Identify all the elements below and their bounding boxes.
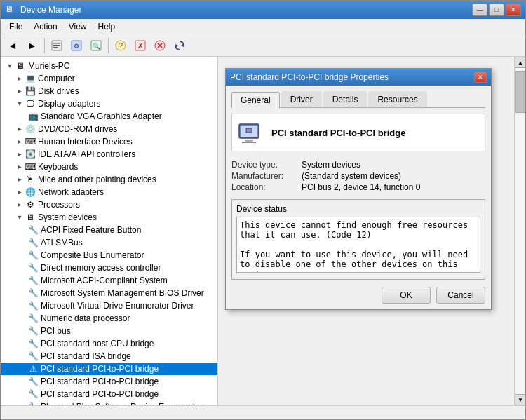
scrollbar-track[interactable] [515, 68, 525, 394]
forward-button[interactable]: ► [23, 36, 41, 55]
svg-rect-19 [245, 140, 253, 142]
ok-button[interactable]: OK [382, 287, 431, 304]
location-value: PCI bus 2, device 14, function 0 [302, 182, 420, 192]
window-title: Device Manager [20, 5, 81, 15]
properties-table: Device type: System devices Manufacturer… [231, 160, 485, 192]
scroll-down-button[interactable]: ▼ [515, 394, 525, 405]
hid-label: Human Interface Devices [38, 137, 133, 147]
svg-rect-21 [246, 128, 252, 133]
tree-item-msacpi[interactable]: 🔧 Microsoft ACPI-Compliant System [1, 274, 217, 287]
refresh-button[interactable] [170, 36, 189, 55]
content-area: ▼ 🖥 Muriels-PC ► 💻 Computer ► 💾 Disk dri… [1, 57, 525, 405]
menu-help[interactable]: Help [93, 20, 121, 33]
main-window: 🖥 Device Manager — □ ✕ File Action View … [0, 0, 526, 420]
menu-action[interactable]: Action [28, 20, 62, 33]
tree-item-computer[interactable]: ► 💻 Computer [1, 72, 217, 85]
tab-bar: General Driver Details Resources [231, 91, 485, 108]
cancel-button[interactable]: Cancel [436, 287, 485, 304]
device-status-textarea [236, 217, 480, 273]
tree-item-ati[interactable]: 🔧 ATI SMBus [1, 236, 217, 249]
device-type-value: System devices [302, 160, 360, 170]
manufacturer-label: Manufacturer: [231, 171, 302, 181]
tree-item-diskdrives[interactable]: ► 💾 Disk drives [1, 85, 217, 97]
tree-item-ide[interactable]: ► 💽 IDE ATA/ATAPI controllers [1, 148, 217, 161]
tree-item-pcicpu[interactable]: 🔧 PCI standard host CPU bridge [1, 337, 217, 350]
svg-text:✗: ✗ [137, 42, 143, 50]
tree-item-network[interactable]: ► 🌐 Network adapters [1, 186, 217, 198]
device-type-label: Device type: [231, 160, 302, 170]
scrollbar-thumb[interactable] [515, 71, 525, 113]
tree-item-pcipci-3[interactable]: 🔧 PCI standard PCI-to-PCI bridge [1, 388, 217, 400]
device-status-label: Device status [236, 204, 480, 214]
tree-item-numeric[interactable]: 🔧 Numeric data processor [1, 312, 217, 325]
properties-button[interactable] [48, 36, 66, 55]
svg-text:🔍: 🔍 [93, 42, 101, 50]
device-name-text: PCI standard PCI-to-PCI bridge [271, 128, 405, 138]
disable-button[interactable]: ✗ [131, 36, 149, 55]
tree-item-vga[interactable]: 📺 Standard VGA Graphics Adapter [1, 110, 217, 123]
uninstall-button[interactable] [151, 36, 169, 55]
main-scrollbar[interactable]: ▲ ▼ [514, 57, 525, 405]
menu-file[interactable]: File [4, 20, 28, 33]
tree-item-pcibus[interactable]: 🔧 PCI bus [1, 325, 217, 337]
menu-view[interactable]: View [63, 20, 93, 33]
title-bar-left: 🖥 Device Manager [5, 4, 81, 15]
dialog-body: General Driver Details Resources [226, 86, 491, 309]
help-button[interactable]: ? [112, 36, 130, 55]
right-panel: PCI standard PCI-to-PCI bridge Propertie… [218, 57, 514, 405]
tree-item-pcipci-1[interactable]: ⚠ PCI standard PCI-to-PCI bridge [1, 363, 217, 375]
tab-details[interactable]: Details [323, 91, 367, 107]
tree-item-sysdevices[interactable]: ▼ 🖥 System devices [1, 211, 217, 224]
toolbar-sep-2 [108, 38, 109, 53]
status-bar [1, 405, 525, 419]
title-bar-controls: — □ ✕ [472, 4, 521, 16]
tree-item-pnp[interactable]: 🔧 Plug and Play Software Device Enumerat… [1, 400, 217, 405]
minimize-button[interactable]: — [472, 4, 487, 16]
tree-item-dma[interactable]: 🔧 Direct memory access controller [1, 262, 217, 274]
tree-item-mssmbios[interactable]: 🔧 Microsoft System Management BIOS Drive… [1, 287, 217, 299]
svg-marker-16 [175, 44, 178, 48]
close-button[interactable]: ✕ [506, 4, 521, 16]
tree-item-pcipci-2[interactable]: 🔧 PCI standard PCI-to-PCI bridge [1, 375, 217, 388]
tree-item-processors[interactable]: ► ⚙ Processors [1, 198, 217, 211]
back-button[interactable]: ◄ [4, 36, 22, 55]
svg-rect-20 [242, 142, 256, 143]
tree-item-pciisa[interactable]: 🔧 PCI standard ISA bridge [1, 350, 217, 363]
dialog-title-text: PCI standard PCI-to-PCI bridge Propertie… [230, 72, 389, 82]
location-label: Location: [231, 182, 302, 192]
scan-button[interactable]: 🔍 [87, 36, 105, 55]
svg-rect-2 [53, 45, 60, 46]
svg-text:⚙: ⚙ [74, 43, 79, 50]
location-row: Location: PCI bus 2, device 14, function… [231, 182, 485, 192]
tree-item-acpi[interactable]: 🔧 ACPI Fixed Feature Button [1, 224, 217, 236]
device-info-box: PCI standard PCI-to-PCI bridge [231, 114, 485, 151]
tab-resources[interactable]: Resources [368, 91, 426, 107]
svg-rect-3 [53, 47, 58, 48]
toolbar-sep-1 [44, 38, 45, 53]
update-driver-button[interactable]: ⚙ [67, 36, 86, 55]
dialog-title-bar: PCI standard PCI-to-PCI bridge Propertie… [226, 69, 491, 86]
tree-item-msvirtdrive[interactable]: 🔧 Microsoft Virtual Drive Enumerator Dri… [1, 299, 217, 312]
tree-toggle-root[interactable]: ▼ [5, 61, 15, 71]
scroll-up-button[interactable]: ▲ [515, 57, 525, 68]
tree-item-keyboards[interactable]: ► ⌨ Keyboards [1, 161, 217, 173]
tree-item-dvd[interactable]: ► 💿 DVD/CD-ROM drives [1, 123, 217, 135]
tree-item-mice[interactable]: ► 🖱 Mice and other pointing devices [1, 173, 217, 186]
menu-bar: File Action View Help [1, 19, 525, 34]
device-icon [236, 118, 264, 147]
manufacturer-row: Manufacturer: (Standard system devices) [231, 171, 485, 181]
app-icon: 🖥 [5, 4, 16, 15]
svg-rect-1 [53, 43, 60, 44]
dialog-close-button[interactable]: ✕ [474, 72, 487, 83]
tree-panel[interactable]: ▼ 🖥 Muriels-PC ► 💻 Computer ► 💾 Disk dri… [1, 57, 218, 405]
tree-item-hid[interactable]: ► ⌨ Human Interface Devices [1, 135, 217, 148]
maximize-button[interactable]: □ [489, 4, 504, 16]
tree-root[interactable]: ▼ 🖥 Muriels-PC [1, 60, 217, 72]
tab-driver[interactable]: Driver [281, 91, 322, 107]
properties-dialog: PCI standard PCI-to-PCI bridge Propertie… [225, 68, 492, 310]
tree-item-displayadapters[interactable]: ▼ 🖵 Display adapters [1, 97, 217, 110]
tab-general[interactable]: General [231, 92, 280, 108]
svg-text:?: ? [119, 41, 123, 50]
tree-item-composite[interactable]: 🔧 Composite Bus Enumerator [1, 249, 217, 262]
computer-icon: 🖥 [15, 60, 26, 72]
